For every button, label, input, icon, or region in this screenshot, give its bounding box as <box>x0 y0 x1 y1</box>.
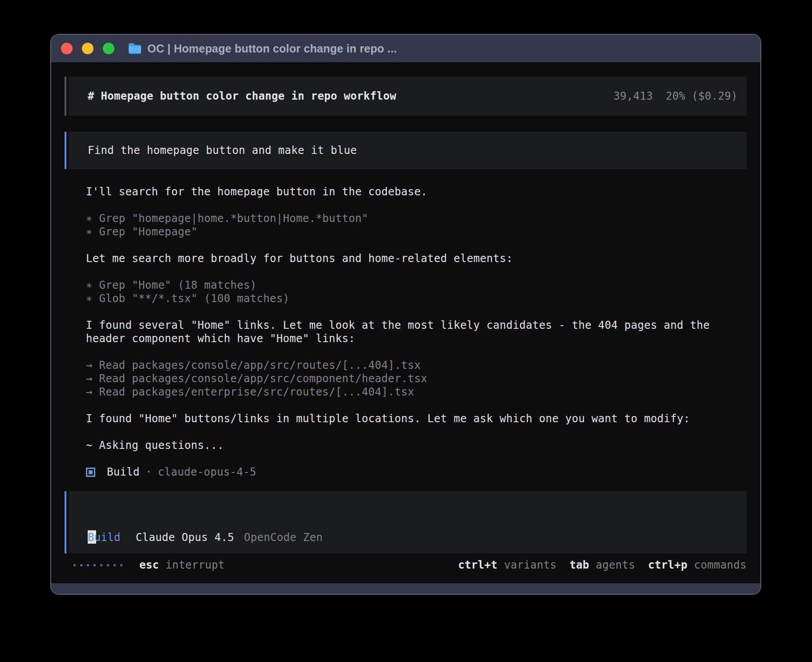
minimize-button[interactable] <box>82 43 93 54</box>
terminal-content: # Homepage button color change in repo w… <box>51 62 760 583</box>
spinner-dot <box>73 564 76 566</box>
conversation-line <box>86 452 747 465</box>
session-cost: ($0.29) <box>692 90 738 102</box>
prompt-input-accent <box>65 491 66 553</box>
agent-badge-icon <box>86 468 95 477</box>
prompt-input[interactable]: Build Claude Opus 4.5 OpenCode Zen <box>65 491 747 553</box>
user-message-accent <box>65 132 66 169</box>
conversation-line: Let me search more broadly for buttons a… <box>86 252 747 265</box>
conversation-line: I found "Home" buttons/links in multiple… <box>86 412 747 425</box>
conversation: I'll search for the homepage button in t… <box>86 185 747 465</box>
conversation-line: ∗ Grep "Homepage" <box>86 225 747 238</box>
zoom-button[interactable] <box>103 43 114 54</box>
input-model-label: Claude Opus 4.5 <box>136 531 234 544</box>
input-model-row: Build Claude Opus 4.5 OpenCode Zen <box>88 531 323 544</box>
session-title: # Homepage button color change in repo w… <box>88 89 396 103</box>
conversation-line <box>86 425 747 439</box>
conversation-line: ∗ Grep "Home" (18 matches) <box>86 279 747 292</box>
window-bottom-bar <box>51 583 760 594</box>
model-id: claude-opus-4-5 <box>158 465 256 479</box>
conversation-line: → Read packages/console/app/src/componen… <box>86 372 747 385</box>
window-title: OC | Homepage button color change in rep… <box>147 42 397 55</box>
input-agent-label: Build <box>88 531 121 544</box>
session-header-accent <box>65 77 66 116</box>
user-message: Find the homepage button and make it blu… <box>65 132 747 169</box>
agent-status-line: Build · claude-opus-4-5 <box>86 465 747 479</box>
conversation-line <box>86 238 747 252</box>
terminal-window: OC | Homepage button color change in rep… <box>50 34 761 595</box>
conversation-line: → Read packages/console/app/src/routes/[… <box>86 359 747 372</box>
conversation-line: → Read packages/enterprise/src/routes/[.… <box>86 385 747 399</box>
agent-name: Build <box>107 465 140 479</box>
window-titlebar[interactable]: OC | Homepage button color change in rep… <box>51 35 760 62</box>
spinner-dot <box>80 564 82 566</box>
conversation-line <box>86 345 747 359</box>
close-button[interactable] <box>61 43 73 54</box>
token-count: 39,413 <box>613 90 653 102</box>
conversation-line: I found several "Home" links. Let me loo… <box>86 319 747 332</box>
conversation-line <box>86 198 747 212</box>
context-percent: 20% <box>666 90 686 102</box>
session-stats: 39,41320%($0.29) <box>613 89 738 103</box>
conversation-line: ~ Asking questions... <box>86 439 747 452</box>
conversation-line <box>86 265 747 279</box>
user-message-text: Find the homepage button and make it blu… <box>88 144 357 157</box>
input-provider-label: OpenCode Zen <box>244 531 323 544</box>
traffic-lights <box>61 43 114 54</box>
conversation-line: header component which have "Home" links… <box>86 332 747 345</box>
folder-icon <box>128 43 142 54</box>
conversation-line <box>86 305 747 319</box>
conversation-line <box>86 399 747 412</box>
conversation-line: I'll search for the homepage button in t… <box>86 185 747 198</box>
status-separator: · <box>146 465 152 479</box>
conversation-line: ∗ Grep "homepage|home.*button|Home.*butt… <box>86 212 747 225</box>
conversation-line: ∗ Glob "**/*.tsx" (100 matches) <box>86 292 747 305</box>
session-header: # Homepage button color change in repo w… <box>65 77 747 116</box>
